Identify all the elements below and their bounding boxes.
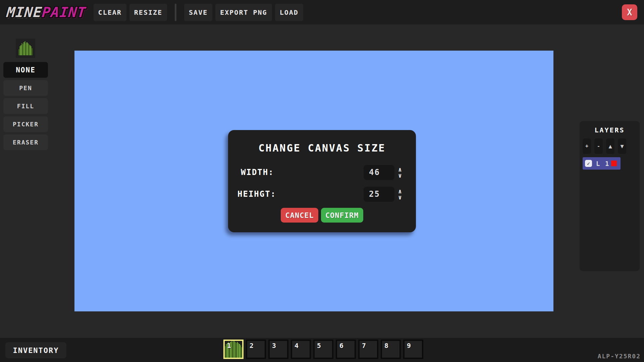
minepaint-app: MINEPAINT CLEAR RESIZE SAVE EXPORT PNG L… bbox=[0, 0, 644, 362]
confirm-button[interactable]: CONFIRM bbox=[321, 208, 363, 223]
hotbar-slot-1[interactable]: 1 bbox=[223, 340, 244, 359]
height-row: HEIHGT: ∧ ∨ bbox=[228, 186, 416, 202]
tool-pen[interactable]: PEN bbox=[3, 80, 48, 96]
tool-picker[interactable]: PICKER bbox=[3, 116, 48, 132]
width-spin-down-icon[interactable]: ∨ bbox=[398, 173, 402, 178]
tall-grass-icon bbox=[17, 40, 34, 56]
move-layer-down-button[interactable]: ▼ bbox=[618, 138, 626, 154]
layer-name: L 1 bbox=[596, 160, 609, 167]
width-label: WIDTH: bbox=[241, 168, 274, 177]
tool-fill[interactable]: FILL bbox=[3, 98, 48, 114]
layer-color-swatch bbox=[611, 161, 617, 166]
logo-mine-text: MINE bbox=[6, 4, 43, 20]
hotbar-slot-5[interactable]: 5 bbox=[313, 340, 333, 359]
layers-title: LAYERS bbox=[580, 121, 640, 134]
layers-panel: LAYERS + - ▲ ▼ ✓ L 1 bbox=[580, 121, 640, 271]
menu-divider bbox=[175, 4, 176, 21]
menu-buttons: CLEAR RESIZE SAVE EXPORT PNG LOAD bbox=[94, 4, 303, 21]
width-input-group: ∧ ∨ bbox=[364, 165, 402, 180]
height-spinner: ∧ ∨ bbox=[398, 189, 402, 200]
inventory-button[interactable]: INVENTORY bbox=[5, 342, 66, 358]
export-png-button[interactable]: EXPORT PNG bbox=[215, 4, 272, 21]
height-input[interactable] bbox=[364, 187, 394, 202]
width-spin-up-icon[interactable]: ∧ bbox=[398, 167, 402, 172]
close-icon: X bbox=[627, 7, 632, 17]
close-button[interactable]: X bbox=[622, 4, 637, 20]
clear-button[interactable]: CLEAR bbox=[94, 4, 126, 21]
selected-block-preview[interactable] bbox=[16, 39, 35, 58]
height-label: HEIHGT: bbox=[237, 189, 276, 199]
save-button[interactable]: SAVE bbox=[184, 4, 212, 21]
height-input-group: ∧ ∨ bbox=[364, 187, 402, 202]
slot-number: 8 bbox=[384, 342, 388, 350]
top-menu-bar: MINEPAINT CLEAR RESIZE SAVE EXPORT PNG L… bbox=[0, 0, 644, 24]
slot-number: 1 bbox=[227, 342, 231, 350]
width-input[interactable] bbox=[364, 165, 394, 180]
remove-layer-button[interactable]: - bbox=[594, 138, 603, 154]
hotbar-slot-7[interactable]: 7 bbox=[358, 340, 378, 359]
tool-list: NONE PEN FILL PICKER ERASER bbox=[3, 62, 48, 150]
hotbar-slot-3[interactable]: 3 bbox=[268, 340, 288, 359]
move-layer-up-button[interactable]: ▲ bbox=[606, 138, 614, 154]
hotbar: 1 bbox=[223, 340, 423, 359]
slot-number: 3 bbox=[272, 342, 276, 350]
width-spinner: ∧ ∨ bbox=[398, 167, 402, 178]
tool-eraser[interactable]: ERASER bbox=[3, 134, 48, 150]
app-logo: MINEPAINT bbox=[6, 5, 87, 19]
layer-visibility-checkbox[interactable]: ✓ bbox=[585, 160, 592, 167]
build-id-text: ALP-Y25R02 bbox=[598, 353, 641, 360]
layer-controls: + - ▲ ▼ bbox=[583, 138, 640, 154]
slot-number: 5 bbox=[317, 342, 321, 350]
hotbar-slot-9[interactable]: 9 bbox=[403, 340, 423, 359]
load-button[interactable]: LOAD bbox=[275, 4, 303, 21]
resize-button[interactable]: RESIZE bbox=[129, 4, 167, 21]
change-canvas-size-dialog: CHANGE CANVAS SIZE WIDTH: ∧ ∨ HEIHGT: ∧ … bbox=[228, 130, 416, 232]
hotbar-slot-4[interactable]: 4 bbox=[291, 340, 311, 359]
hotbar-slot-8[interactable]: 8 bbox=[381, 340, 401, 359]
dialog-actions: CANCEL CONFIRM bbox=[228, 208, 416, 223]
check-icon: ✓ bbox=[587, 161, 590, 167]
layer-item[interactable]: ✓ L 1 bbox=[583, 157, 621, 170]
dialog-title: CHANGE CANVAS SIZE bbox=[228, 130, 416, 154]
logo-paint-text: PAINT bbox=[41, 4, 87, 20]
hotbar-slot-6[interactable]: 6 bbox=[336, 340, 356, 359]
bottom-bar: INVENTORY 1 bbox=[0, 338, 644, 362]
tool-none[interactable]: NONE bbox=[3, 62, 48, 78]
slot-number: 2 bbox=[250, 342, 254, 350]
add-layer-button[interactable]: + bbox=[583, 138, 591, 154]
height-spin-down-icon[interactable]: ∨ bbox=[398, 195, 402, 200]
slot-number: 4 bbox=[294, 342, 299, 350]
hotbar-slot-2[interactable]: 2 bbox=[246, 340, 266, 359]
slot-number: 7 bbox=[362, 342, 366, 350]
height-spin-up-icon[interactable]: ∧ bbox=[398, 189, 402, 194]
slot-number: 9 bbox=[407, 342, 411, 350]
slot-number: 6 bbox=[339, 342, 343, 350]
cancel-button[interactable]: CANCEL bbox=[281, 208, 318, 223]
width-row: WIDTH: ∧ ∨ bbox=[228, 165, 416, 180]
